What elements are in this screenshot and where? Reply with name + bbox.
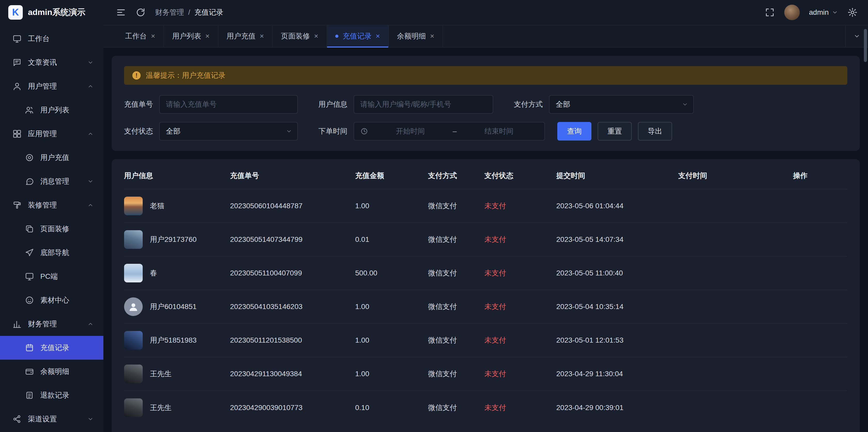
row-avatar <box>124 230 143 249</box>
row-submit-time: 2023-04-29 11:30:04 <box>556 357 678 391</box>
row-amount: 1.00 <box>355 290 428 324</box>
row-amount: 500.00 <box>355 256 428 290</box>
info-alert: ! 温馨提示：用户充值记录 <box>124 66 847 85</box>
row-avatar <box>124 398 143 417</box>
filter-buttons: 查询 重置 导出 <box>557 122 672 140</box>
user-avatar[interactable] <box>784 5 800 20</box>
filter-card: ! 温馨提示：用户充值记录 充值单号 用户信息 支付方式 全部 <box>112 56 860 151</box>
tab-user-list[interactable]: 用户列表 × <box>164 25 218 47</box>
row-pay-time <box>678 189 793 223</box>
sidebar-item-label: 工作台 <box>28 34 94 44</box>
range-separator: – <box>453 127 457 135</box>
sidebar-item-label: 渠道设置 <box>28 414 81 424</box>
tab-workbench[interactable]: 工作台 × <box>117 25 164 47</box>
user-menu[interactable]: admin <box>809 8 838 16</box>
order-time-range-picker[interactable]: 开始时间 – 结束时间 <box>353 122 545 140</box>
row-username: 春 <box>150 268 157 278</box>
tab-recharge-records[interactable]: 充值记录 × <box>327 25 389 47</box>
sidebar-item-message-management[interactable]: 消息管理 <box>0 169 103 193</box>
col-amount: 充值金额 <box>355 162 428 189</box>
row-submit-time: 2023-05-05 14:07:34 <box>556 223 678 256</box>
sidebar-item-app-management[interactable]: 应用管理 <box>0 122 103 146</box>
sidebar: K admin系统演示 工作台 文章资讯 用户管理 用户列表 <box>0 0 103 432</box>
calendar-file-icon <box>25 343 34 353</box>
pay-method-label: 支付方式 <box>514 99 543 109</box>
order-no-label: 充值单号 <box>124 99 153 109</box>
sidebar-item-balance-details[interactable]: 余额明细 <box>0 360 103 384</box>
tab-user-recharge[interactable]: 用户充值 × <box>218 25 273 47</box>
wallet-icon <box>25 367 34 376</box>
row-amount: 1.00 <box>355 189 428 223</box>
page-scrollbar-thumb[interactable] <box>864 29 867 62</box>
table-row: 王先生 202304290039010773 0.10 微信支付 未支付 202… <box>124 391 847 424</box>
sidebar-item-label: 素材中心 <box>40 295 94 305</box>
row-pay-time <box>678 391 793 424</box>
sidebar-item-label: 用户充值 <box>40 153 94 163</box>
row-action <box>793 189 847 223</box>
pay-method-value: 全部 <box>556 99 570 109</box>
row-order-no: 202305051407344799 <box>230 223 355 256</box>
user-info-label: 用户信息 <box>318 99 347 109</box>
close-icon[interactable]: × <box>151 33 155 40</box>
close-icon[interactable]: × <box>260 33 264 40</box>
close-icon[interactable]: × <box>376 33 380 40</box>
sidebar-item-articles[interactable]: 文章资讯 <box>0 51 103 74</box>
sidebar-item-label: 消息管理 <box>40 176 81 186</box>
sidebar-item-channel-settings[interactable]: 渠道设置 <box>0 407 103 431</box>
chevron-down-icon <box>682 101 688 107</box>
app-logo: K admin系统演示 <box>0 0 103 25</box>
pay-status-label: 支付状态 <box>124 126 153 136</box>
sidebar-item-decoration-management[interactable]: 装修管理 <box>0 193 103 217</box>
apps-icon <box>12 129 22 138</box>
col-action: 操作 <box>793 162 847 189</box>
sidebar-item-label: 余额明细 <box>40 367 94 376</box>
sidebar-item-refund-records[interactable]: 退款记录 <box>0 384 103 407</box>
table-row: 春 202305051100407099 500.00 微信支付 未支付 202… <box>124 256 847 290</box>
end-time-placeholder[interactable]: 结束时间 <box>460 126 538 136</box>
sidebar-item-recharge-records[interactable]: 充值记录 <box>0 336 103 360</box>
close-icon[interactable]: × <box>205 33 209 40</box>
sidebar-item-material-center[interactable]: 素材中心 <box>0 288 103 312</box>
row-amount: 1.00 <box>355 324 428 357</box>
settings-gear-icon[interactable] <box>847 7 858 18</box>
share-nodes-icon <box>12 414 22 424</box>
pay-status-select[interactable]: 全部 <box>159 122 298 140</box>
records-table-card: 用户信息 充值单号 充值金额 支付方式 支付状态 提交时间 支付时间 操作 老猫 <box>112 159 860 432</box>
tab-balance-details[interactable]: 余额明细 × <box>389 25 443 47</box>
tab-page-decoration[interactable]: 页面装修 × <box>273 25 327 47</box>
alert-text: 温馨提示：用户充值记录 <box>146 70 225 80</box>
sidebar-item-page-decoration[interactable]: 页面装修 <box>0 217 103 241</box>
chevron-down-icon <box>854 33 860 39</box>
sidebar-item-bottom-nav[interactable]: 底部导航 <box>0 241 103 265</box>
chevron-down-icon <box>286 128 292 134</box>
pay-method-select[interactable]: 全部 <box>549 95 694 114</box>
sidebar-item-finance-management[interactable]: 财务管理 <box>0 312 103 336</box>
sidebar-item-pc-side[interactable]: PC端 <box>0 265 103 288</box>
chevron-up-icon <box>87 130 94 137</box>
user-icon <box>12 81 22 91</box>
sidebar-item-user-management[interactable]: 用户管理 <box>0 74 103 98</box>
close-icon[interactable]: × <box>430 33 434 40</box>
row-pay-status: 未支付 <box>485 223 556 256</box>
sidebar-item-user-recharge[interactable]: 用户充值 <box>0 146 103 169</box>
breadcrumb-parent[interactable]: 财务管理 <box>155 7 184 17</box>
export-button[interactable]: 导出 <box>638 122 672 140</box>
user-info-input[interactable] <box>353 95 493 114</box>
order-no-input[interactable] <box>159 95 298 114</box>
close-icon[interactable]: × <box>314 33 318 40</box>
search-button[interactable]: 查询 <box>557 122 591 140</box>
reset-button[interactable]: 重置 <box>598 122 632 140</box>
row-username: 王先生 <box>150 369 172 379</box>
sidebar-item-user-list[interactable]: 用户列表 <box>0 98 103 122</box>
row-submit-time: 2023-05-06 01:04:44 <box>556 189 678 223</box>
sidebar-item-workbench[interactable]: 工作台 <box>0 27 103 51</box>
logo-icon: K <box>8 5 23 20</box>
start-time-placeholder[interactable]: 开始时间 <box>371 126 450 136</box>
collapse-menu-icon[interactable] <box>116 7 126 18</box>
row-order-no: 202304291130049384 <box>230 357 355 391</box>
row-amount: 0.10 <box>355 391 428 424</box>
row-username: 用户29173760 <box>150 235 197 244</box>
table-header-row: 用户信息 充值单号 充值金额 支付方式 支付状态 提交时间 支付时间 操作 <box>124 162 847 189</box>
refresh-icon[interactable] <box>135 7 146 18</box>
fullscreen-icon[interactable] <box>765 7 775 18</box>
